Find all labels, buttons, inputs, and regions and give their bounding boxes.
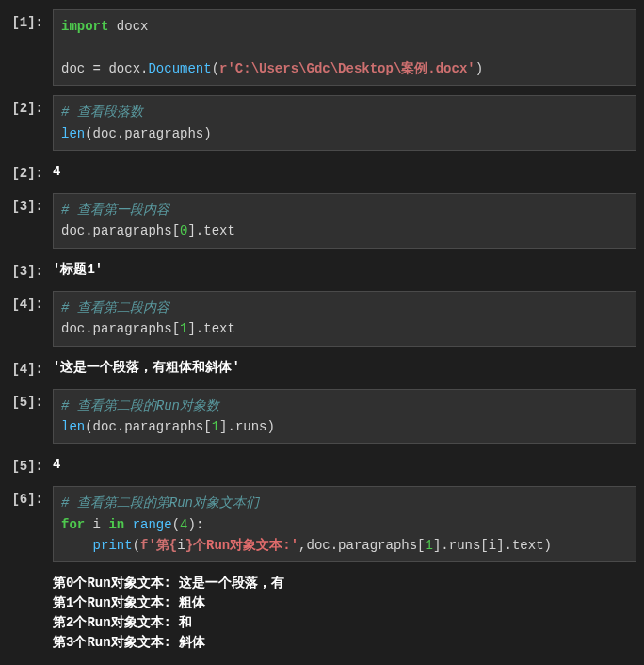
- prompt-out-5: [5]:: [8, 453, 53, 477]
- output-text-2: 4: [53, 160, 636, 184]
- prompt-in-2: [2]:: [8, 95, 53, 151]
- output-text-4: '这是一个段落，有粗体和斜体': [53, 356, 636, 380]
- output-6: 第0个Run对象文本: 这是一个段落，有 第1个Run对象文本: 粗体 第2个R…: [8, 572, 636, 655]
- output-3: [3]: '标题1': [8, 258, 636, 282]
- output-text-5: 4: [53, 453, 636, 477]
- code-block-1[interactable]: import docx doc = docx.Document(r'C:\Use…: [53, 9, 636, 86]
- output-2: [2]: 4: [8, 160, 636, 184]
- cell-5: [5]: # 查看第二段的Run对象数 len(doc.paragraphs[1…: [8, 389, 636, 445]
- output-text-6: 第0个Run对象文本: 这是一个段落，有 第1个Run对象文本: 粗体 第2个R…: [53, 572, 636, 655]
- cell-2: [2]: # 查看段落数 len(doc.paragraphs): [8, 95, 636, 151]
- output-5: [5]: 4: [8, 453, 636, 477]
- cell-4: [4]: # 查看第二段内容 doc.paragraphs[1].text: [8, 291, 636, 347]
- cell-1: [1]: import docx doc = docx.Document(r'C…: [8, 9, 636, 86]
- cell-6: [6]: # 查看第二段的第Run对象文本们 for i in range(4)…: [8, 486, 636, 562]
- prompt-out-6: [8, 572, 53, 655]
- prompt-in-1: [1]:: [8, 9, 53, 86]
- prompt-in-3: [3]:: [8, 193, 53, 249]
- prompt-out-4: [4]:: [8, 356, 53, 380]
- prompt-in-4: [4]:: [8, 291, 53, 347]
- code-block-6[interactable]: # 查看第二段的第Run对象文本们 for i in range(4): pri…: [53, 486, 636, 562]
- code-block-3[interactable]: # 查看第一段内容 doc.paragraphs[0].text: [53, 193, 636, 249]
- cell-3: [3]: # 查看第一段内容 doc.paragraphs[0].text: [8, 193, 636, 249]
- prompt-out-2: [2]:: [8, 160, 53, 184]
- code-block-2[interactable]: # 查看段落数 len(doc.paragraphs): [53, 95, 636, 151]
- code-block-5[interactable]: # 查看第二段的Run对象数 len(doc.paragraphs[1].run…: [53, 389, 636, 445]
- prompt-in-5: [5]:: [8, 389, 53, 445]
- output-text-3: '标题1': [53, 258, 636, 282]
- prompt-in-6: [6]:: [8, 486, 53, 562]
- prompt-out-3: [3]:: [8, 258, 53, 282]
- code-block-4[interactable]: # 查看第二段内容 doc.paragraphs[1].text: [53, 291, 636, 347]
- output-4: [4]: '这是一个段落，有粗体和斜体': [8, 356, 636, 380]
